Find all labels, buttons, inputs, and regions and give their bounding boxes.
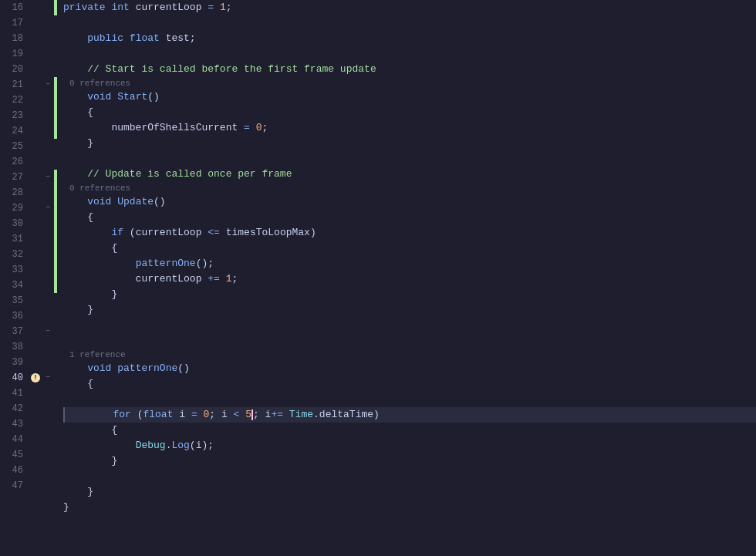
table-row: void patternOne()	[63, 361, 756, 376]
table-row: {	[63, 376, 756, 392]
ref-label-37: 1 reference	[63, 349, 756, 361]
table-row	[63, 469, 756, 484]
ref-label-27: 0 references	[63, 182, 756, 194]
table-row	[63, 392, 756, 407]
table-row	[63, 515, 756, 531]
table-row: Debug.Log(i);	[63, 438, 756, 453]
gutter-warnings: !	[29, 0, 42, 556]
table-row: }	[63, 136, 756, 151]
warning-icon: !	[29, 370, 42, 386]
table-row: {	[63, 210, 756, 225]
table-row: {	[63, 241, 756, 256]
table-row	[63, 15, 756, 31]
fold-marker-29[interactable]: −	[42, 200, 54, 216]
table-row	[63, 46, 756, 62]
code-editor: 16 17 18 19 20 21 22 23 24 25 26 27 28 2…	[0, 0, 756, 556]
code-content[interactable]: private int currentLoop = 1; public floa…	[57, 0, 756, 556]
table-row	[63, 151, 756, 167]
table-row	[63, 333, 756, 349]
fold-marker-21[interactable]: −	[42, 77, 54, 93]
table-row: }	[63, 453, 756, 469]
gutter-fold: − − − −	[42, 0, 54, 556]
table-row: }	[63, 287, 756, 302]
table-row: }	[63, 484, 756, 500]
table-row: // Update is called once per frame	[63, 167, 756, 182]
table-row: currentLoop += 1;	[63, 271, 756, 287]
table-row	[63, 318, 756, 333]
table-row: void Start()	[63, 89, 756, 105]
table-row: numberOfShellsCurrent = 0;	[63, 120, 756, 136]
table-row: {	[63, 105, 756, 120]
table-row: private int currentLoop = 1;	[63, 0, 756, 15]
line-numbers: 16 17 18 19 20 21 22 23 24 25 26 27 28 2…	[0, 0, 29, 556]
ref-label-21: 0 references	[63, 77, 756, 89]
table-row: for (float i = 0; i < 5; i+= Time.deltaT…	[63, 407, 756, 423]
fold-marker-37[interactable]: −	[42, 324, 54, 339]
code-area[interactable]: 16 17 18 19 20 21 22 23 24 25 26 27 28 2…	[0, 0, 756, 556]
table-row: if (currentLoop <= timesToLoopMax)	[63, 225, 756, 241]
fold-marker-40[interactable]: −	[42, 370, 54, 386]
table-row: public float test;	[63, 31, 756, 46]
table-row: }	[63, 500, 756, 515]
table-row: }	[63, 302, 756, 318]
table-row: patternOne();	[63, 256, 756, 271]
fold-marker-27[interactable]: −	[42, 170, 54, 185]
table-row: {	[63, 423, 756, 438]
table-row: void Update()	[63, 194, 756, 210]
table-row: // Start is called before the first fram…	[63, 62, 756, 77]
